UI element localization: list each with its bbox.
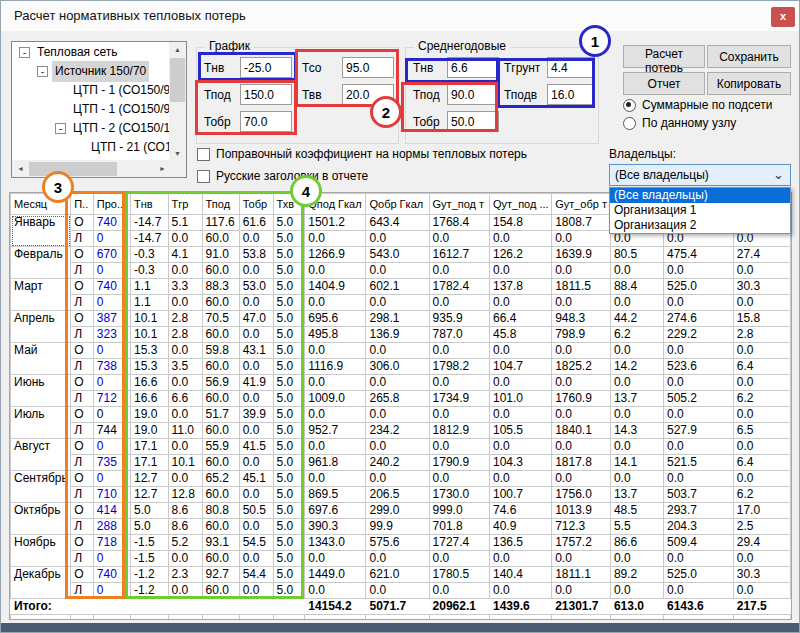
table-cell[interactable]: 92.7 <box>202 567 239 583</box>
scroll-down-icon[interactable]: ▼ <box>170 146 185 161</box>
table-cell[interactable]: 323 <box>93 327 130 343</box>
table-cell[interactable]: 5.0 <box>131 519 169 535</box>
table-cell[interactable]: 16.6 <box>131 391 169 407</box>
table-cell[interactable]: 0.0 <box>733 263 790 279</box>
table-cell[interactable]: 12.8 <box>168 487 202 503</box>
owner-option[interactable]: Организация 2 <box>610 218 790 233</box>
table-cell[interactable]: 0.0 <box>168 439 202 455</box>
table-cell[interactable]: 1790.9 <box>429 455 489 471</box>
copy-button[interactable]: Копировать <box>707 72 791 95</box>
table-cell[interactable]: 0.0 <box>489 471 551 487</box>
table-cell[interactable]: 0.0 <box>552 231 611 247</box>
table-cell[interactable]: О <box>71 407 94 423</box>
report-button[interactable]: Отчет <box>623 72 705 95</box>
table-cell[interactable]: 299.0 <box>366 503 429 519</box>
table-cell[interactable]: 13.7 <box>610 391 663 407</box>
table-cell[interactable]: 53.0 <box>239 279 273 295</box>
table-cell[interactable]: 0.0 <box>305 231 366 247</box>
table-cell[interactable] <box>305 615 366 621</box>
table-cell[interactable]: 293.7 <box>664 503 734 519</box>
table-cell[interactable]: 45.1 <box>239 471 273 487</box>
table-cell[interactable]: 0.0 <box>489 263 551 279</box>
tree-item[interactable]: ЦТП - 21 (СО1 <box>13 138 170 157</box>
table-cell[interactable] <box>239 599 273 615</box>
table-cell[interactable]: 3.3 <box>168 279 202 295</box>
table-cell[interactable]: 0.0 <box>168 551 202 567</box>
table-cell[interactable]: 140.4 <box>489 567 551 583</box>
table-cell[interactable]: 0.0 <box>489 551 551 567</box>
table-cell[interactable]: 154.8 <box>489 215 551 231</box>
table-cell[interactable]: 0.0 <box>733 343 790 359</box>
table-cell[interactable]: 718 <box>93 535 130 551</box>
table-cell[interactable]: 70.5 <box>202 311 239 327</box>
table-cell[interactable] <box>168 615 202 621</box>
table-row[interactable]: АвгустО017.10.055.941.55.00.00.00.00.00.… <box>11 439 791 455</box>
calc-losses-button[interactable]: Расчет потерь <box>623 45 705 68</box>
table-cell[interactable]: 0.0 <box>366 343 429 359</box>
table-cell[interactable]: 0.0 <box>610 583 663 599</box>
table-cell[interactable]: 10.1 <box>131 327 169 343</box>
tree-vertical-scrollbar[interactable]: ▲ ▼ <box>169 42 186 161</box>
table-cell[interactable]: 948.3 <box>552 311 611 327</box>
table-cell[interactable]: 0.0 <box>239 391 273 407</box>
table-cell[interactable]: 66.4 <box>489 311 551 327</box>
table-cell[interactable]: О <box>71 535 94 551</box>
table-cell[interactable]: 0.0 <box>366 407 429 423</box>
table-row[interactable]: Л73815.33.560.00.05.01116.9306.01798.210… <box>11 359 791 375</box>
table-cell[interactable] <box>168 599 202 615</box>
table-cell[interactable]: 10.1 <box>131 311 169 327</box>
table-cell[interactable]: 136.5 <box>489 535 551 551</box>
table-cell[interactable]: 0.0 <box>168 583 202 599</box>
table-cell[interactable]: 621.0 <box>366 567 429 583</box>
month-cell[interactable]: Январь <box>11 215 71 247</box>
table-cell[interactable]: 5.0 <box>131 503 169 519</box>
table-row[interactable]: МартО7401.13.388.353.05.01404.9602.11782… <box>11 279 791 295</box>
column-header[interactable]: Тгр <box>168 194 202 215</box>
table-cell[interactable]: 55.9 <box>202 439 239 455</box>
table-cell[interactable]: 0.0 <box>552 295 611 311</box>
table-cell[interactable]: 10.1 <box>168 455 202 471</box>
table-cell[interactable]: 0.0 <box>168 375 202 391</box>
table-cell[interactable]: 2.8 <box>168 311 202 327</box>
table-cell[interactable]: 0.0 <box>429 231 489 247</box>
table-cell[interactable]: 6.5 <box>733 423 790 439</box>
table-cell[interactable]: 0.0 <box>429 343 489 359</box>
table-cell[interactable]: 0.0 <box>366 471 429 487</box>
table-cell[interactable]: О <box>71 439 94 455</box>
tree-item[interactable]: -Источник 150/70 <box>13 62 170 81</box>
table-cell[interactable]: 670 <box>93 247 130 263</box>
table-cell[interactable]: 91.0 <box>202 247 239 263</box>
table-cell[interactable]: -1.2 <box>131 583 169 599</box>
table-cell[interactable]: 390.3 <box>305 519 366 535</box>
table-cell[interactable]: Л <box>71 583 94 599</box>
table-cell[interactable]: 56.9 <box>202 375 239 391</box>
table-cell[interactable]: 0.0 <box>552 439 611 455</box>
table-cell[interactable]: 0.0 <box>664 407 734 423</box>
table-cell[interactable]: 5.0 <box>273 455 305 471</box>
table-cell[interactable]: 0.0 <box>168 295 202 311</box>
table-cell[interactable]: 93.1 <box>202 535 239 551</box>
table-cell[interactable]: О <box>71 247 94 263</box>
input-tpodv[interactable] <box>547 84 595 105</box>
table-cell[interactable]: 17.1 <box>131 439 169 455</box>
table-cell[interactable]: 0.0 <box>366 375 429 391</box>
table-cell[interactable]: 14.3 <box>610 423 663 439</box>
table-cell[interactable]: 12.7 <box>131 487 169 503</box>
table-cell[interactable]: 0.0 <box>664 551 734 567</box>
table-cell[interactable]: 695.6 <box>305 311 366 327</box>
month-cell[interactable]: Июнь <box>11 375 71 407</box>
table-cell[interactable]: 88.4 <box>610 279 663 295</box>
table-cell[interactable]: 60.0 <box>202 231 239 247</box>
table-cell[interactable]: 59.8 <box>202 343 239 359</box>
tree-item[interactable]: -Тепловая сеть <box>13 43 170 62</box>
table-cell[interactable]: 54.5 <box>239 535 273 551</box>
table-cell[interactable]: 0.0 <box>429 471 489 487</box>
table-cell[interactable]: 15.8 <box>733 311 790 327</box>
table-cell[interactable]: 0.0 <box>664 375 734 391</box>
table-cell[interactable]: О <box>71 279 94 295</box>
table-cell[interactable]: 45.8 <box>489 327 551 343</box>
table-cell[interactable]: 0.0 <box>239 423 273 439</box>
table-cell[interactable]: 0.0 <box>610 295 663 311</box>
table-cell[interactable]: 0.0 <box>305 343 366 359</box>
table-cell[interactable]: 0.0 <box>305 407 366 423</box>
